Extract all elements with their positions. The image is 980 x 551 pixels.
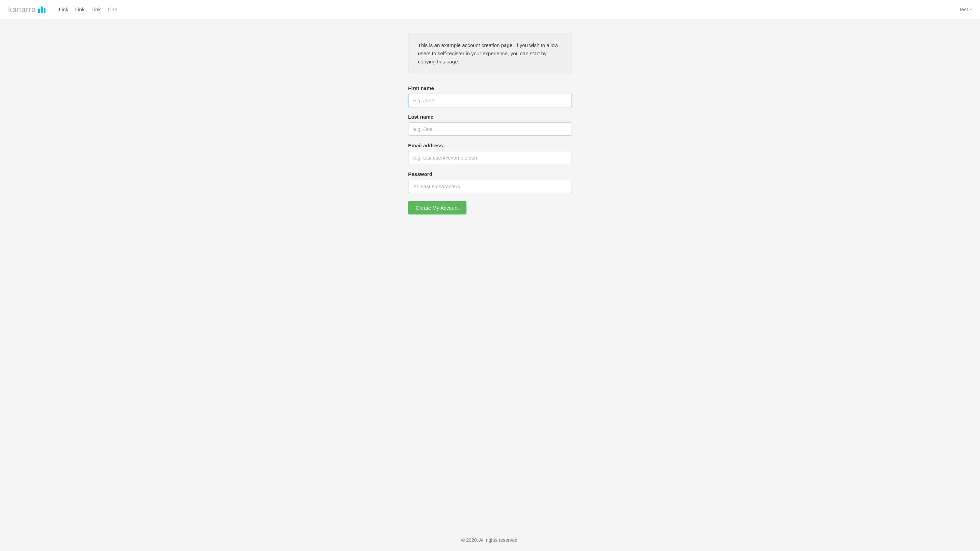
navbar-left: kanarra Link Link Link Link xyxy=(8,5,117,14)
password-group: Password xyxy=(408,171,572,193)
first-name-label: First name xyxy=(408,85,572,91)
logo-icon xyxy=(38,6,45,13)
last-name-group: Last name xyxy=(408,114,572,136)
chevron-down-icon: ▾ xyxy=(970,8,972,11)
info-box-text: This is an example account creation page… xyxy=(418,41,562,66)
logo-bar-3 xyxy=(44,8,45,13)
logo-bar-1 xyxy=(38,8,40,13)
last-name-input[interactable] xyxy=(408,122,572,136)
user-menu-label: Test xyxy=(958,6,968,12)
main-content: This is an example account creation page… xyxy=(0,19,980,515)
nav-link-3[interactable]: Link xyxy=(91,6,101,12)
registration-form: First name Last name Email address Passw… xyxy=(408,85,572,214)
footer-copyright: © 2020. All rights reserved. xyxy=(8,537,972,543)
form-container: This is an example account creation page… xyxy=(408,33,572,214)
nav-link-4[interactable]: Link xyxy=(108,6,117,12)
info-box: This is an example account creation page… xyxy=(408,33,572,74)
password-label: Password xyxy=(408,171,572,177)
nav-link-2[interactable]: Link xyxy=(75,6,84,12)
logo-text: kanarra xyxy=(8,5,36,14)
email-input[interactable] xyxy=(408,151,572,164)
footer: © 2020. All rights reserved. xyxy=(0,529,980,551)
email-label: Email address xyxy=(408,143,572,148)
logo-bar-2 xyxy=(41,6,43,13)
last-name-label: Last name xyxy=(408,114,572,120)
nav-links: Link Link Link Link xyxy=(59,6,117,12)
password-input[interactable] xyxy=(408,180,572,193)
logo: kanarra xyxy=(8,5,45,14)
first-name-input[interactable] xyxy=(408,94,572,107)
nav-link-1[interactable]: Link xyxy=(59,6,68,12)
create-account-button[interactable]: Create My Account xyxy=(408,201,466,214)
user-menu[interactable]: Test ▾ xyxy=(958,6,972,12)
email-group: Email address xyxy=(408,143,572,164)
navbar: kanarra Link Link Link Link Test ▾ xyxy=(0,0,980,19)
first-name-group: First name xyxy=(408,85,572,107)
